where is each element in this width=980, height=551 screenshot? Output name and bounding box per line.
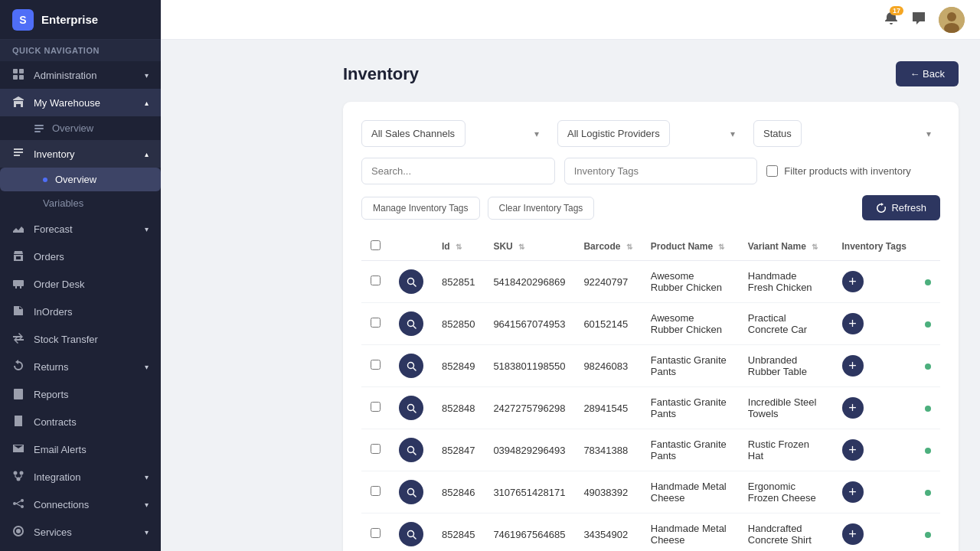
td-variant-name: Incredible Steel Towels bbox=[739, 387, 833, 429]
sidebar-item-inorders[interactable]: InOrders bbox=[0, 298, 161, 325]
email-icon bbox=[12, 442, 26, 456]
td-sku: 0394829296493 bbox=[484, 429, 574, 471]
row-checkbox[interactable] bbox=[371, 360, 381, 370]
add-tag-button[interactable]: + bbox=[842, 397, 864, 419]
td-status-dot bbox=[916, 303, 940, 345]
sidebar-item-orders[interactable]: Orders bbox=[0, 243, 161, 270]
status-dot bbox=[925, 448, 931, 454]
row-search-button[interactable] bbox=[399, 522, 423, 546]
sidebar-item-forecast[interactable]: Forecast ▾ bbox=[0, 215, 161, 243]
clear-tags-button[interactable]: Clear Inventory Tags bbox=[488, 197, 595, 220]
filter-inventory-checkbox[interactable] bbox=[766, 165, 778, 177]
row-search-button[interactable] bbox=[399, 396, 423, 420]
sidebar-item-label: InOrders bbox=[34, 306, 73, 318]
svg-line-32 bbox=[413, 410, 416, 412]
row-checkbox[interactable] bbox=[371, 318, 381, 328]
sort-icon-id[interactable]: ⇅ bbox=[456, 243, 462, 251]
add-tag-button[interactable]: + bbox=[842, 523, 864, 545]
svg-rect-6 bbox=[34, 131, 41, 132]
svg-rect-11 bbox=[15, 391, 21, 393]
sort-icon-sku[interactable]: ⇅ bbox=[518, 243, 524, 251]
sidebar-subitem-overview[interactable]: Overview bbox=[0, 116, 161, 140]
th-product-name: Product Name ⇅ bbox=[642, 233, 739, 261]
sidebar-item-label: Returns bbox=[34, 361, 69, 373]
svg-rect-2 bbox=[13, 75, 18, 80]
add-tag-button[interactable]: + bbox=[842, 481, 864, 503]
svg-point-29 bbox=[407, 362, 413, 368]
row-search-button[interactable] bbox=[399, 438, 423, 462]
sidebar-item-order-desk[interactable]: Order Desk bbox=[0, 270, 161, 298]
sidebar-item-contracts[interactable]: Contracts bbox=[0, 408, 161, 435]
td-id: 852847 bbox=[433, 429, 484, 471]
row-search-button[interactable] bbox=[399, 269, 423, 294]
logistic-provider-select[interactable]: All Logistic Providers bbox=[557, 120, 670, 147]
integration-icon bbox=[12, 470, 26, 484]
td-product-name: Handmade Metal Cheese bbox=[642, 471, 739, 514]
svg-rect-7 bbox=[13, 280, 24, 286]
sidebar-subitem-variables[interactable]: Variables bbox=[0, 191, 161, 215]
status-select[interactable]: Status bbox=[753, 120, 802, 147]
add-tag-button[interactable]: + bbox=[842, 313, 864, 334]
td-checkbox bbox=[361, 429, 390, 471]
sidebar-item-returns[interactable]: Returns ▾ bbox=[0, 353, 161, 380]
svg-rect-1 bbox=[19, 69, 24, 73]
sales-channel-select[interactable]: All Sales Channels bbox=[361, 120, 466, 147]
manage-tags-button[interactable]: Manage Inventory Tags bbox=[361, 197, 480, 220]
orders-icon bbox=[12, 249, 26, 263]
sidebar-item-reports[interactable]: Reports bbox=[0, 380, 161, 408]
td-id: 852851 bbox=[433, 261, 484, 303]
filter-checkbox-label: Filter products with inventory bbox=[784, 165, 910, 177]
td-barcode: 28941545 bbox=[574, 387, 641, 429]
status-dot bbox=[925, 406, 931, 412]
refresh-button[interactable]: Refresh bbox=[862, 195, 940, 220]
sort-icon-product[interactable]: ⇅ bbox=[718, 243, 724, 251]
row-checkbox[interactable] bbox=[371, 276, 381, 285]
sidebar-item-email-alerts[interactable]: Email Alerts bbox=[0, 435, 161, 463]
td-product-name: Fantastic Granite Pants bbox=[642, 345, 739, 387]
sidebar-item-label: Orders bbox=[34, 251, 64, 262]
tags-input[interactable] bbox=[564, 158, 758, 184]
chat-icon-wrapper[interactable] bbox=[911, 11, 926, 28]
select-all-checkbox[interactable] bbox=[371, 240, 381, 250]
sort-icon-barcode[interactable]: ⇅ bbox=[626, 243, 632, 251]
td-barcode: 92240797 bbox=[574, 261, 641, 303]
sort-icon-variant[interactable]: ⇅ bbox=[812, 243, 818, 251]
sidebar-item-label: Administration bbox=[34, 70, 96, 81]
td-product-name: Handmade Metal Cheese bbox=[642, 514, 739, 552]
td-id: 852846 bbox=[433, 471, 484, 514]
add-tag-button[interactable]: + bbox=[842, 439, 864, 461]
sidebar-subitem-inv-overview[interactable]: Overview bbox=[0, 168, 161, 191]
row-search-button[interactable] bbox=[399, 480, 423, 504]
td-product-name: Awesome Rubber Chicken bbox=[642, 303, 739, 345]
row-checkbox[interactable] bbox=[371, 402, 381, 412]
sidebar-item-services[interactable]: Services ▾ bbox=[0, 518, 161, 546]
search-input[interactable] bbox=[361, 158, 555, 184]
grid-icon bbox=[12, 68, 26, 82]
td-checkbox bbox=[361, 261, 390, 303]
td-id: 852845 bbox=[433, 514, 484, 552]
td-checkbox bbox=[361, 303, 390, 345]
sidebar-item-my-warehouse[interactable]: My Warehouse ▴ bbox=[0, 89, 161, 116]
action-row: Manage Inventory Tags Clear Inventory Ta… bbox=[361, 195, 940, 220]
sidebar-item-administration[interactable]: Administration ▾ bbox=[0, 61, 161, 89]
user-avatar[interactable] bbox=[939, 7, 965, 33]
td-checkbox bbox=[361, 471, 390, 514]
chevron-up-icon: ▴ bbox=[145, 99, 149, 107]
row-search-button[interactable] bbox=[399, 311, 423, 336]
svg-line-38 bbox=[413, 536, 416, 539]
sidebar-item-integration[interactable]: Integration ▾ bbox=[0, 463, 161, 491]
sidebar-item-inventory[interactable]: Inventory ▴ bbox=[0, 140, 161, 168]
returns-icon bbox=[12, 360, 26, 373]
back-button[interactable]: ← Back bbox=[896, 61, 959, 86]
add-tag-button[interactable]: + bbox=[842, 271, 864, 292]
add-tag-button[interactable]: + bbox=[842, 355, 864, 377]
td-variant-name: Ergonomic Frozen Cheese bbox=[739, 471, 833, 514]
row-checkbox[interactable] bbox=[371, 444, 381, 454]
bell-icon-wrapper[interactable]: 17 bbox=[884, 11, 899, 28]
row-checkbox[interactable] bbox=[371, 528, 381, 538]
sidebar-item-stock-transfer[interactable]: Stock Transfer bbox=[0, 325, 161, 353]
row-checkbox[interactable] bbox=[371, 486, 381, 496]
row-search-button[interactable] bbox=[399, 354, 423, 378]
chevron-down-icon: ▾ bbox=[145, 528, 149, 536]
sidebar-item-connections[interactable]: Connections ▾ bbox=[0, 491, 161, 518]
